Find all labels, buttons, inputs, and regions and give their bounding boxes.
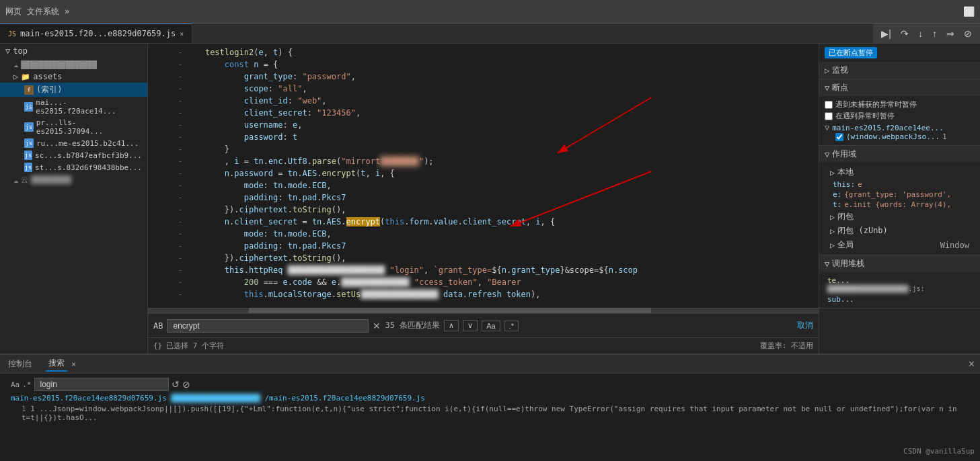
search-cancel-btn[interactable]: ⊘ — [182, 379, 190, 390]
find-regex-btn[interactable]: .* — [504, 321, 519, 331]
caught-exceptions-row: 在遇到异常时暂停 — [825, 110, 975, 122]
file-icon-index: f — [24, 85, 34, 95]
sidebar-item-scripts[interactable]: js sc...s.b7847eafbcf3b9... — [0, 149, 147, 161]
code-editor[interactable]: - testlogin2(e, t) { - const n = { — [148, 44, 819, 308]
find-ab-icon: AB — [153, 321, 163, 331]
search-line-content: 1 ...Jsonp=window.webpackJsonp||[]).push… — [22, 405, 957, 422]
breakpoints-label: 断点 — [832, 82, 848, 93]
debug-deactivate-btn[interactable]: ⊘ — [961, 27, 975, 40]
local-scope-header[interactable]: ▷ 本地 — [830, 165, 975, 179]
code-line: - mode: tn.mode.ECB, — [148, 179, 819, 192]
sidebar-item-runtime[interactable]: js ru...me-es2015.b2c41... — [0, 137, 147, 149]
top-label: top — [13, 46, 28, 56]
uncaught-exceptions-checkbox[interactable] — [825, 101, 833, 109]
call-stack-item-2[interactable]: sub... — [825, 294, 975, 305]
cloud-icon: ☁ — [13, 60, 18, 69]
t-val: e.init {words: Array(4), — [844, 200, 951, 209]
breakpoint-line-num: 1 — [942, 132, 947, 141]
sidebar-item-cloud1[interactable]: ☁ █████████████████ — [0, 58, 147, 71]
paused-badge: 已在断点暂停 — [825, 47, 877, 58]
code-line: - grant_type: "password", — [148, 71, 819, 83]
devtools-icon-inspect[interactable]: ⬜ — [963, 6, 975, 17]
search-line-number: 1 — [22, 405, 26, 413]
search-result-fullpath: /main-es2015.f20ace14ee8829d07659.js — [265, 394, 425, 403]
code-line: - n.password = tn.AES.encrypt(t, i, { — [148, 167, 819, 179]
cloud-icon2: ☁ — [13, 175, 18, 185]
bottom-tab-search-close[interactable]: × — [71, 360, 76, 369]
find-match-case-btn[interactable]: Aa — [482, 321, 500, 331]
watch-expand-icon: ▷ — [825, 66, 829, 75]
search-result-filename: main-es2015.f20ace14ee8829d07659.js — [11, 394, 167, 403]
closure-header[interactable]: ▷ 闭包 — [825, 210, 975, 224]
top-section: JS main-es2015.f20...e8829d07659.js × ▶|… — [0, 24, 980, 353]
call-stack-label: 调用堆栈 — [832, 258, 864, 269]
code-line: - }).ciphertext.toString(), — [148, 252, 819, 264]
find-cancel-btn[interactable]: 取消 — [797, 320, 813, 331]
tab-close-btn[interactable]: × — [180, 30, 184, 38]
debug-step-btn[interactable]: ⇒ — [944, 27, 957, 40]
status-bar: {} 已选择 7 个字符 覆盖率: 不适用 — [148, 337, 819, 353]
find-clear-btn[interactable]: ✕ — [373, 321, 381, 331]
bottom-tab-search[interactable]: 搜索 — [46, 356, 67, 372]
sidebar-item-cloud2[interactable]: ☁ 云 █████████ — [0, 173, 147, 186]
debug-step-out-btn[interactable]: ↑ — [930, 27, 940, 40]
menu-webpage[interactable]: 网页 — [5, 6, 22, 17]
breakpoint-file-label: main-es2015.f20ace14ee... — [832, 124, 944, 132]
breakpoints-header[interactable]: ▽ 断点 — [819, 79, 980, 96]
watch-header[interactable]: ▷ 监视 — [819, 62, 980, 79]
closure-zunb-header[interactable]: ▷ 闭包 (zUnb) — [825, 224, 975, 238]
debug-step-over-btn[interactable]: ↷ — [898, 27, 911, 40]
search-content: Aa .* ↺ ⊘ main-es2015.f20ace14ee8829d076… — [0, 374, 980, 461]
sidebar-item-assets[interactable]: ▷ 📁 assets — [0, 71, 147, 83]
brace-icon: {} — [153, 341, 162, 350]
bottom-panel-close-btn[interactable]: × — [969, 358, 975, 370]
find-result-count: 35 条匹配结果 — [385, 320, 440, 331]
sidebar-item-polyfills[interactable]: js pr...lls-es2015.37094... — [0, 117, 147, 137]
scope-section: ▽ 作用域 ▷ 本地 this: e — [819, 146, 980, 255]
debug-resume-btn[interactable]: ▶| — [878, 27, 894, 40]
find-prev-btn[interactable]: ∧ — [444, 320, 459, 331]
call-stack-header[interactable]: ▽ 调用堆栈 — [819, 255, 980, 272]
sidebar-item-index[interactable]: f (索引) — [0, 83, 147, 97]
find-input[interactable] — [167, 319, 369, 333]
horizontal-scrollbar[interactable] — [148, 308, 819, 313]
bottom-tab-console[interactable]: 控制台 — [5, 357, 35, 371]
top-icon: ▽ — [5, 46, 10, 56]
call-stack-file-1: ████████████████████.js: — [827, 285, 972, 292]
code-line: - mode: tn.mode.ECB, — [148, 228, 819, 240]
code-line: - } — [148, 143, 819, 155]
breakpoint-item-checkbox[interactable] — [835, 133, 843, 141]
search-result-item: main-es2015.f20ace14ee8829d07659.js ████… — [5, 392, 975, 404]
call-stack-item-1[interactable]: te... ████████████████████.js: — [825, 275, 975, 294]
closure-zunb-expand-icon: ▷ — [830, 226, 835, 236]
breakpoint-file-expand-icon: ▽ — [825, 123, 829, 132]
code-line: - this.httpReq ████████████████████ "log… — [148, 264, 819, 276]
breakpoint-file-row: ▽ main-es2015.f20ace14ee... (window.webp… — [825, 122, 975, 142]
file-icon-styles: js — [24, 163, 32, 172]
sidebar-item-styles[interactable]: js st...s.832d6f98438bbe... — [0, 161, 147, 173]
find-next-btn[interactable]: ∨ — [463, 320, 478, 331]
menu-more[interactable]: » — [65, 7, 69, 16]
menu-filesystem[interactable]: 文件系统 — [27, 6, 59, 17]
uncaught-exceptions-label: 遇到未捕获的异常时暂停 — [835, 99, 917, 110]
code-line: - , i = tn.enc.Utf8.parse("mirrort██████… — [148, 155, 819, 167]
status-left: {} 已选择 7 个字符 — [153, 341, 224, 351]
caught-exceptions-checkbox[interactable] — [825, 112, 833, 120]
call-stack-expand-icon: ▽ — [825, 259, 829, 269]
global-header[interactable]: ▷ 全局 Window — [825, 238, 975, 252]
debug-step-into-btn[interactable]: ↓ — [915, 27, 926, 40]
search-dot-label: .* — [22, 380, 31, 389]
scope-header[interactable]: ▽ 作用域 — [819, 146, 980, 163]
search-input[interactable] — [34, 378, 169, 391]
sidebar-top-item[interactable]: ▽ top — [0, 44, 147, 58]
scope-label: 作用域 — [832, 149, 856, 160]
editor-tab[interactable]: JS main-es2015.f20...e8829d07659.js × — [0, 24, 192, 43]
breakpoints-content: 遇到未捕获的异常时暂停 在遇到异常时暂停 ▽ main-es2015.f20ac… — [819, 96, 980, 145]
sidebar-item-main[interactable]: js mai...-es2015.f20ace14... — [0, 97, 147, 117]
tab-label: main-es2015.f20...e8829d07659.js — [20, 29, 176, 38]
search-result-file-link[interactable]: main-es2015.f20ace14ee8829d07659.js ████… — [11, 394, 425, 403]
watch-section: ▷ 监视 — [819, 62, 980, 79]
search-refresh-btn[interactable]: ↺ — [172, 379, 180, 390]
code-lines: - testlogin2(e, t) { - const n = { — [148, 44, 819, 303]
global-label: 全局 — [837, 239, 854, 251]
